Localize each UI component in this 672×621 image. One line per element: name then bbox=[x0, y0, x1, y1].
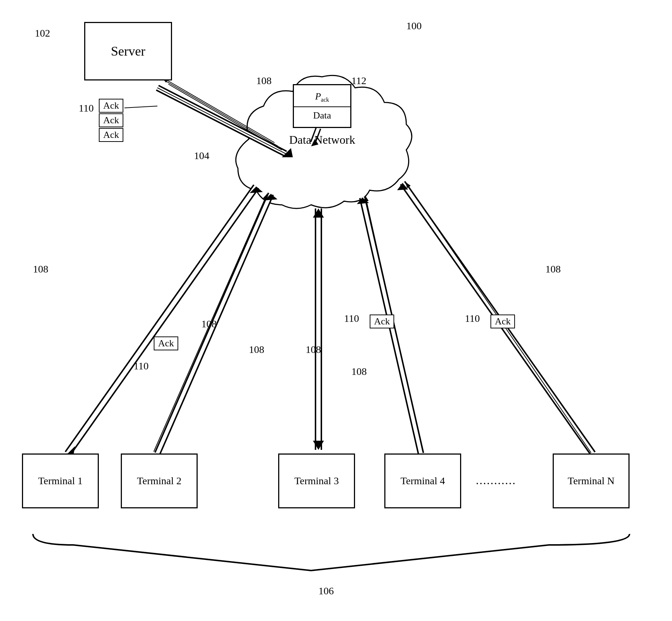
terminal-3-box: Terminal 3 bbox=[278, 453, 355, 508]
ack-label-2: Ack bbox=[99, 113, 123, 127]
ref-110-c: 110 bbox=[344, 313, 359, 324]
ref-110-line-a bbox=[124, 106, 157, 108]
terminal-2-box: Terminal 2 bbox=[121, 453, 198, 508]
ref-112: 112 bbox=[351, 75, 366, 87]
ref-108-a: 108 bbox=[256, 75, 272, 87]
pack-p-label: P bbox=[315, 91, 321, 102]
ref-106: 106 bbox=[318, 585, 334, 597]
brace-bottom bbox=[33, 534, 630, 571]
pack-box: Pack Data bbox=[293, 84, 351, 128]
ack-t4: Ack bbox=[370, 315, 394, 328]
ref-108-b: 108 bbox=[33, 263, 48, 275]
ack-box-1: Ack bbox=[99, 99, 123, 113]
ref-110-d: 110 bbox=[465, 313, 480, 324]
ellipsis-label: ........... bbox=[476, 474, 516, 487]
ref-108-f: 108 bbox=[351, 366, 367, 377]
ref-104: 104 bbox=[194, 150, 209, 162]
ack-label-1: Ack bbox=[99, 99, 123, 113]
server-box: Server bbox=[84, 22, 172, 80]
ref-110-b: 110 bbox=[134, 360, 149, 372]
ack-tn: Ack bbox=[490, 315, 515, 328]
diagram-container: Server Pack Data Ack Ack Ack Data Networ… bbox=[0, 0, 672, 621]
t3-cloud-arrow-up bbox=[313, 208, 324, 218]
ref-108-c: 108 bbox=[201, 318, 217, 330]
cloud-label: Data Network bbox=[289, 132, 355, 148]
ack-label-3: Ack bbox=[99, 128, 123, 142]
ref-108-d: 108 bbox=[249, 344, 264, 355]
ack-t2: Ack bbox=[154, 336, 178, 350]
server-label: Server bbox=[111, 44, 145, 59]
pack-data-label: Data bbox=[313, 107, 331, 124]
ref-102: 102 bbox=[35, 27, 50, 39]
ack-box-3: Ack bbox=[99, 128, 123, 142]
terminal-4-box: Terminal 4 bbox=[384, 453, 461, 508]
terminal-n-box: Terminal N bbox=[553, 453, 630, 508]
ref-110-a: 110 bbox=[79, 102, 94, 114]
t3-cloud-arrow-down bbox=[313, 441, 324, 450]
ack-box-2: Ack bbox=[99, 113, 123, 127]
t1-cloud-pipe-inner bbox=[68, 187, 256, 453]
ref-108-g: 108 bbox=[545, 263, 561, 275]
ref-108-e: 108 bbox=[306, 344, 321, 355]
pack-sub-label: ack bbox=[321, 97, 329, 103]
ref-100: 100 bbox=[406, 20, 422, 32]
terminal-1-box: Terminal 1 bbox=[22, 453, 99, 508]
